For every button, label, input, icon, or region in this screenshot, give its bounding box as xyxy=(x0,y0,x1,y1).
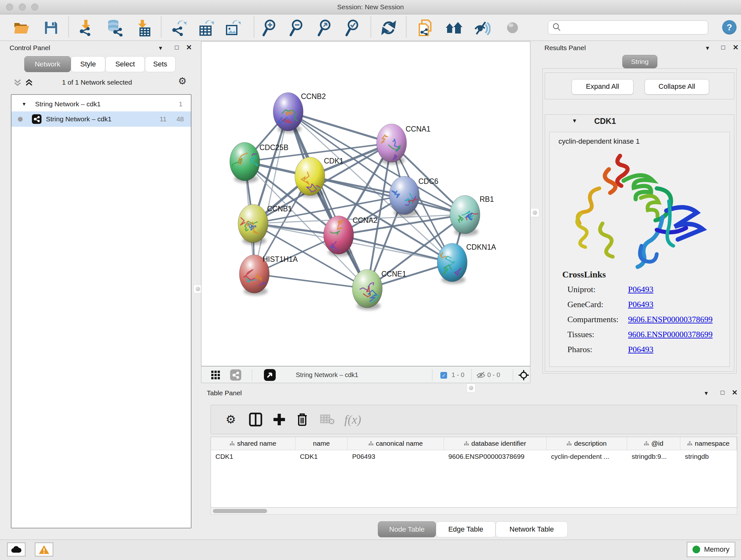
crosslink-link[interactable]: P06493 xyxy=(628,300,653,309)
network-canvas[interactable]: CCNB2CCNA1CDC25BCDK1CDC6RB1CCNB1CCNA2CDK… xyxy=(201,41,530,366)
table-settings-gear-icon[interactable]: ⚙ xyxy=(226,405,236,434)
import-table-file-icon[interactable] xyxy=(134,19,152,37)
panel-float-icon[interactable]: □ xyxy=(721,389,724,396)
node-label-CCNA1: CCNA1 xyxy=(406,125,430,133)
crosslink-link[interactable]: 9606.ENSP00000378699 xyxy=(628,315,713,324)
crosslink-row: Uniprot:P06493 xyxy=(567,285,727,300)
network-badge-icon[interactable] xyxy=(230,369,241,381)
tab-select[interactable]: Select xyxy=(105,56,145,72)
tab-network-table[interactable]: Network Table xyxy=(495,521,568,537)
node-table[interactable]: shared namenamecanonical namedatabase id… xyxy=(211,437,737,508)
export-network-icon[interactable] xyxy=(170,19,188,37)
memory-button[interactable]: Memory xyxy=(687,542,735,557)
column-header-label: name xyxy=(313,440,330,447)
panel-menu-caret-icon[interactable]: ▾ xyxy=(704,389,708,397)
network-collection-row[interactable]: ▼ String Network – cdk1 1 xyxy=(11,97,191,111)
table-row[interactable]: CDK1CDK1P064939606.ENSP00000378699cyclin… xyxy=(211,450,737,463)
crosslink-label: Uniprot: xyxy=(567,285,596,294)
selected-checkbox[interactable]: ✓ xyxy=(441,372,447,379)
tab-style[interactable]: Style xyxy=(71,56,105,72)
gene-detail-box: cyclin-dependent kinase 1 xyxy=(549,132,730,367)
first-neighbors-icon[interactable] xyxy=(445,19,463,37)
column-header-label: database identifier xyxy=(471,440,526,447)
tab-node-table[interactable]: Node Table xyxy=(378,521,436,537)
right-splitter-handle[interactable] xyxy=(530,208,539,217)
column-header-label: shared name xyxy=(237,440,276,447)
network-options-gear-icon[interactable]: ⚙ xyxy=(178,75,187,86)
column-header-canonical-name[interactable]: canonical name xyxy=(347,437,444,450)
delete-table-icon xyxy=(320,405,335,434)
tab-sets[interactable]: Sets xyxy=(145,56,176,72)
cloud-status-button[interactable] xyxy=(7,543,25,557)
toolbar-separator xyxy=(370,16,371,37)
import-network-file-icon[interactable] xyxy=(76,19,95,37)
birdseye-toggle-icon[interactable] xyxy=(518,369,529,381)
section-caret-icon[interactable]: ▼ xyxy=(572,118,577,124)
column-header-database-identifier[interactable]: database identifier xyxy=(444,437,547,450)
expand-all-button[interactable]: Expand All xyxy=(571,79,633,95)
search-field[interactable] xyxy=(548,20,708,35)
scrollbar-thumb[interactable] xyxy=(213,509,267,513)
panel-close-icon[interactable]: ✕ xyxy=(732,388,738,397)
node-label-CDKN1A: CDKN1A xyxy=(466,243,496,251)
network-row[interactable]: String Network – cdk1 11 48 xyxy=(11,111,191,127)
warnings-button[interactable] xyxy=(35,543,53,557)
export-table-icon[interactable] xyxy=(197,19,215,37)
panel-float-icon[interactable]: □ xyxy=(175,44,179,51)
open-session-icon[interactable] xyxy=(12,19,31,37)
column-header--id[interactable]: @id xyxy=(627,437,680,450)
tab-string[interactable]: String xyxy=(622,55,657,68)
memory-status-dot xyxy=(692,546,700,553)
table-horizontal-scrollbar[interactable] xyxy=(211,508,737,515)
table-cell: CDK1 xyxy=(211,450,295,463)
apply-layout-icon[interactable] xyxy=(380,19,398,37)
table-cell: cyclin-dependent ... xyxy=(547,450,627,463)
zoom-selected-icon[interactable] xyxy=(343,19,362,37)
crosslink-link[interactable]: P06493 xyxy=(628,285,653,294)
help-button[interactable]: ? xyxy=(722,20,737,35)
search-input[interactable] xyxy=(564,22,708,33)
export-image-icon[interactable] xyxy=(223,19,242,37)
tab-edge-table[interactable]: Edge Table xyxy=(436,521,495,537)
panel-close-icon[interactable]: ✕ xyxy=(186,44,192,52)
panel-close-icon[interactable]: ✕ xyxy=(733,44,738,52)
panel-float-icon[interactable]: □ xyxy=(721,44,725,51)
panel-menu-caret-icon[interactable]: ▾ xyxy=(159,44,162,52)
zoom-out-icon[interactable] xyxy=(287,19,306,37)
grid-view-icon[interactable] xyxy=(211,370,220,380)
collapse-all-button[interactable]: Collapse All xyxy=(645,79,709,95)
node-label-CCNB1: CCNB1 xyxy=(267,205,292,213)
protein-structure-image xyxy=(561,150,714,271)
selected-counts: 1 - 0 xyxy=(452,367,464,383)
collection-caret-icon[interactable]: ▼ xyxy=(22,97,26,111)
birdseye-view-icon[interactable] xyxy=(503,19,522,37)
zoom-in-icon[interactable] xyxy=(260,19,279,37)
open-in-window-icon[interactable] xyxy=(264,369,276,381)
column-header-description[interactable]: description xyxy=(547,437,627,450)
show-graphics-details-icon[interactable] xyxy=(473,19,491,37)
column-header-label: namespace xyxy=(695,440,730,447)
delete-column-icon[interactable] xyxy=(296,405,309,434)
window-title: Session: New Session xyxy=(0,0,741,14)
zoom-fit-icon[interactable] xyxy=(316,19,334,37)
table-body: CDK1CDK1P064939606.ENSP00000378699cyclin… xyxy=(211,450,737,463)
new-network-from-selection-icon[interactable] xyxy=(416,19,434,37)
import-network-database-icon[interactable] xyxy=(105,19,124,37)
crosslink-link[interactable]: P06493 xyxy=(628,345,653,354)
save-session-icon[interactable] xyxy=(42,19,60,37)
panel-menu-caret-icon[interactable]: ▾ xyxy=(706,44,709,52)
crosslink-label: Tissues: xyxy=(567,330,594,339)
tab-network[interactable]: Network xyxy=(24,56,71,72)
node-label-CCNE1: CCNE1 xyxy=(381,270,406,278)
network-graph[interactable]: CCNB2CCNA1CDC25BCDK1CDC6RB1CCNB1CCNA2CDK… xyxy=(201,42,530,366)
table-cell: stringdb:9... xyxy=(627,450,680,463)
column-header-name[interactable]: name xyxy=(295,437,348,450)
column-header-namespace[interactable]: namespace xyxy=(680,437,737,450)
column-header-label: description xyxy=(574,440,607,447)
column-header-shared-name[interactable]: shared name xyxy=(211,437,295,450)
add-column-icon[interactable] xyxy=(272,405,286,434)
show-columns-icon[interactable] xyxy=(249,405,263,434)
results-panel-title: Results Panel xyxy=(544,44,586,52)
crosslink-link[interactable]: 9606.ENSP00000378699 xyxy=(628,330,713,339)
collection-count: 1 xyxy=(179,97,183,111)
